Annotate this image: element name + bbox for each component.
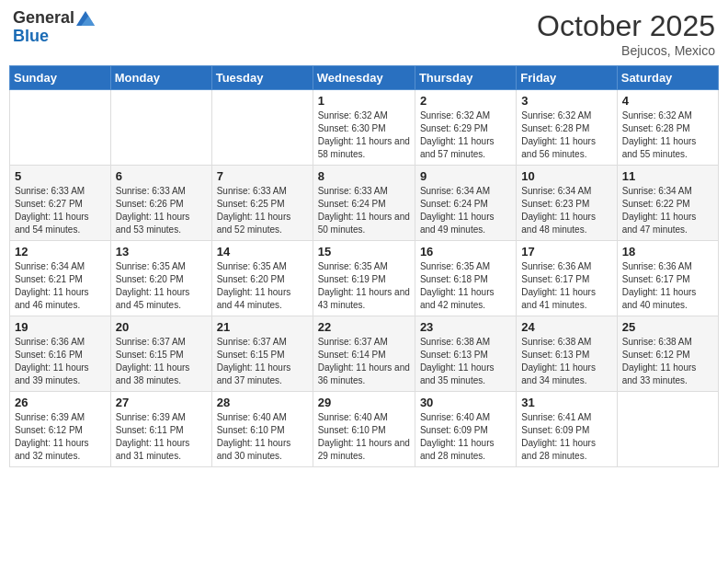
day-cell: 23Sunrise: 6:38 AM Sunset: 6:13 PM Dayli… — [415, 316, 516, 392]
day-info: Sunrise: 6:33 AM Sunset: 6:26 PM Dayligh… — [116, 185, 207, 236]
week-row-4: 19Sunrise: 6:36 AM Sunset: 6:16 PM Dayli… — [10, 316, 719, 392]
day-cell: 24Sunrise: 6:38 AM Sunset: 6:13 PM Dayli… — [517, 316, 617, 392]
day-info: Sunrise: 6:36 AM Sunset: 6:17 PM Dayligh… — [622, 260, 713, 312]
day-info: Sunrise: 6:33 AM Sunset: 6:25 PM Dayligh… — [217, 185, 308, 236]
day-cell: 19Sunrise: 6:36 AM Sunset: 6:16 PM Dayli… — [10, 316, 111, 392]
day-cell: 6Sunrise: 6:33 AM Sunset: 6:26 PM Daylig… — [110, 166, 211, 241]
day-cell: 12Sunrise: 6:34 AM Sunset: 6:21 PM Dayli… — [10, 241, 111, 316]
day-info: Sunrise: 6:41 AM Sunset: 6:09 PM Dayligh… — [521, 411, 611, 463]
day-cell: 31Sunrise: 6:41 AM Sunset: 6:09 PM Dayli… — [517, 392, 617, 467]
logo-general: General — [13, 9, 74, 28]
day-number: 4 — [622, 94, 713, 108]
day-number: 12 — [15, 245, 106, 259]
day-cell — [10, 90, 111, 166]
day-cell: 25Sunrise: 6:38 AM Sunset: 6:12 PM Dayli… — [617, 316, 718, 392]
day-info: Sunrise: 6:37 AM Sunset: 6:14 PM Dayligh… — [318, 336, 410, 387]
day-info: Sunrise: 6:37 AM Sunset: 6:15 PM Dayligh… — [217, 336, 308, 387]
day-number: 3 — [521, 94, 611, 108]
day-info: Sunrise: 6:36 AM Sunset: 6:16 PM Dayligh… — [15, 336, 106, 387]
day-number: 24 — [521, 320, 611, 334]
day-cell: 5Sunrise: 6:33 AM Sunset: 6:27 PM Daylig… — [10, 166, 111, 241]
day-cell: 9Sunrise: 6:34 AM Sunset: 6:24 PM Daylig… — [415, 166, 516, 241]
day-number: 9 — [420, 169, 511, 183]
day-number: 28 — [217, 396, 308, 409]
day-cell: 8Sunrise: 6:33 AM Sunset: 6:24 PM Daylig… — [313, 166, 415, 241]
day-cell: 4Sunrise: 6:32 AM Sunset: 6:28 PM Daylig… — [617, 90, 718, 166]
location-subtitle: Bejucos, Mexico — [537, 43, 715, 58]
day-number: 20 — [116, 320, 207, 334]
day-info: Sunrise: 6:33 AM Sunset: 6:24 PM Dayligh… — [318, 185, 410, 236]
day-number: 11 — [622, 169, 713, 183]
day-number: 23 — [420, 320, 511, 334]
day-cell: 10Sunrise: 6:34 AM Sunset: 6:23 PM Dayli… — [517, 166, 617, 241]
week-row-3: 12Sunrise: 6:34 AM Sunset: 6:21 PM Dayli… — [10, 241, 719, 316]
day-info: Sunrise: 6:34 AM Sunset: 6:22 PM Dayligh… — [622, 185, 713, 236]
day-number: 5 — [15, 169, 106, 183]
day-number: 15 — [318, 245, 410, 259]
day-info: Sunrise: 6:35 AM Sunset: 6:20 PM Dayligh… — [217, 260, 308, 312]
day-number: 22 — [318, 320, 410, 334]
weekday-header-friday: Friday — [517, 66, 617, 90]
day-info: Sunrise: 6:35 AM Sunset: 6:18 PM Dayligh… — [420, 260, 511, 312]
day-cell: 27Sunrise: 6:39 AM Sunset: 6:11 PM Dayli… — [110, 392, 211, 467]
weekday-header-monday: Monday — [110, 66, 211, 90]
week-row-1: 1Sunrise: 6:32 AM Sunset: 6:30 PM Daylig… — [10, 90, 719, 166]
day-number: 18 — [622, 245, 713, 259]
weekday-header-row: SundayMondayTuesdayWednesdayThursdayFrid… — [10, 66, 719, 90]
day-cell: 3Sunrise: 6:32 AM Sunset: 6:28 PM Daylig… — [517, 90, 617, 166]
day-cell — [110, 90, 211, 166]
day-info: Sunrise: 6:37 AM Sunset: 6:15 PM Dayligh… — [116, 336, 207, 387]
day-number: 26 — [15, 396, 106, 409]
day-info: Sunrise: 6:34 AM Sunset: 6:21 PM Dayligh… — [15, 260, 106, 312]
day-info: Sunrise: 6:35 AM Sunset: 6:19 PM Dayligh… — [318, 260, 410, 312]
weekday-header-sunday: Sunday — [10, 66, 111, 90]
day-cell: 11Sunrise: 6:34 AM Sunset: 6:22 PM Dayli… — [617, 166, 718, 241]
day-cell: 1Sunrise: 6:32 AM Sunset: 6:30 PM Daylig… — [313, 90, 415, 166]
day-number: 31 — [521, 396, 611, 409]
day-number: 17 — [521, 245, 611, 259]
logo-blue: Blue — [13, 28, 95, 46]
day-cell: 20Sunrise: 6:37 AM Sunset: 6:15 PM Dayli… — [110, 316, 211, 392]
day-cell: 17Sunrise: 6:36 AM Sunset: 6:17 PM Dayli… — [517, 241, 617, 316]
week-row-2: 5Sunrise: 6:33 AM Sunset: 6:27 PM Daylig… — [10, 166, 719, 241]
week-row-5: 26Sunrise: 6:39 AM Sunset: 6:12 PM Dayli… — [10, 392, 719, 467]
day-info: Sunrise: 6:40 AM Sunset: 6:10 PM Dayligh… — [318, 411, 410, 463]
day-number: 30 — [420, 396, 511, 409]
day-cell: 18Sunrise: 6:36 AM Sunset: 6:17 PM Dayli… — [617, 241, 718, 316]
day-number: 19 — [15, 320, 106, 334]
day-cell: 30Sunrise: 6:40 AM Sunset: 6:09 PM Dayli… — [415, 392, 516, 467]
day-info: Sunrise: 6:39 AM Sunset: 6:11 PM Dayligh… — [116, 411, 207, 463]
weekday-header-saturday: Saturday — [617, 66, 718, 90]
day-cell: 16Sunrise: 6:35 AM Sunset: 6:18 PM Dayli… — [415, 241, 516, 316]
day-number: 14 — [217, 245, 308, 259]
month-title: October 2025 — [537, 9, 715, 43]
weekday-header-wednesday: Wednesday — [313, 66, 415, 90]
day-cell: 7Sunrise: 6:33 AM Sunset: 6:25 PM Daylig… — [211, 166, 313, 241]
title-block: October 2025 Bejucos, Mexico — [537, 9, 715, 58]
day-info: Sunrise: 6:35 AM Sunset: 6:20 PM Dayligh… — [116, 260, 207, 312]
day-cell: 22Sunrise: 6:37 AM Sunset: 6:14 PM Dayli… — [313, 316, 415, 392]
day-cell: 28Sunrise: 6:40 AM Sunset: 6:10 PM Dayli… — [211, 392, 313, 467]
day-number: 1 — [318, 94, 410, 108]
page-header: General Blue October 2025 Bejucos, Mexic… — [9, 9, 719, 58]
day-cell — [211, 90, 313, 166]
day-cell: 21Sunrise: 6:37 AM Sunset: 6:15 PM Dayli… — [211, 316, 313, 392]
day-number: 13 — [116, 245, 207, 259]
day-info: Sunrise: 6:33 AM Sunset: 6:27 PM Dayligh… — [15, 185, 106, 236]
day-info: Sunrise: 6:39 AM Sunset: 6:12 PM Dayligh… — [15, 411, 106, 463]
day-cell: 26Sunrise: 6:39 AM Sunset: 6:12 PM Dayli… — [10, 392, 111, 467]
day-cell: 2Sunrise: 6:32 AM Sunset: 6:29 PM Daylig… — [415, 90, 516, 166]
day-info: Sunrise: 6:34 AM Sunset: 6:23 PM Dayligh… — [521, 185, 611, 236]
day-info: Sunrise: 6:32 AM Sunset: 6:29 PM Dayligh… — [420, 109, 511, 161]
day-number: 8 — [318, 169, 410, 183]
day-info: Sunrise: 6:40 AM Sunset: 6:09 PM Dayligh… — [420, 411, 511, 463]
logo-icon — [76, 9, 95, 28]
weekday-header-thursday: Thursday — [415, 66, 516, 90]
logo: General Blue — [13, 9, 95, 46]
day-info: Sunrise: 6:32 AM Sunset: 6:28 PM Dayligh… — [521, 109, 611, 161]
day-number: 6 — [116, 169, 207, 183]
day-number: 29 — [318, 396, 410, 409]
day-info: Sunrise: 6:38 AM Sunset: 6:13 PM Dayligh… — [521, 336, 611, 387]
day-info: Sunrise: 6:32 AM Sunset: 6:28 PM Dayligh… — [622, 109, 713, 161]
weekday-header-tuesday: Tuesday — [211, 66, 313, 90]
